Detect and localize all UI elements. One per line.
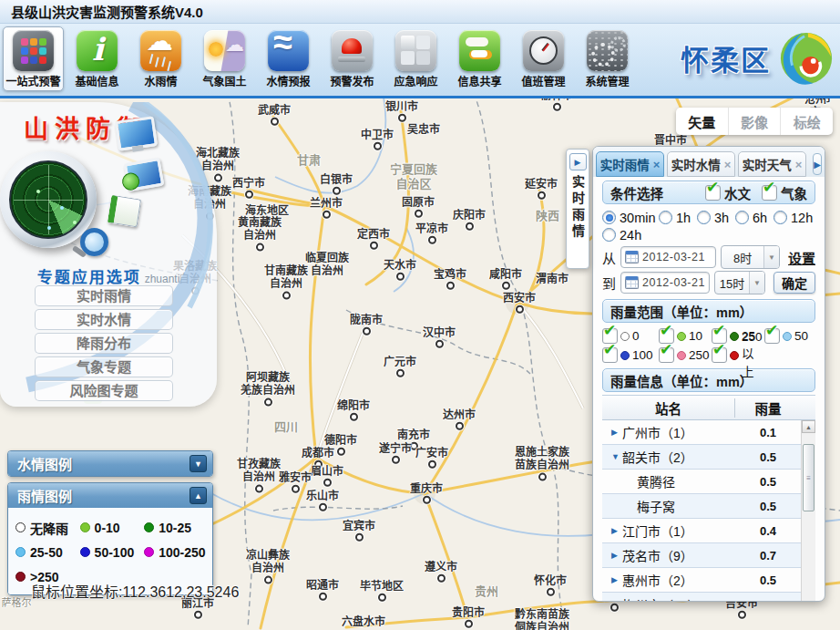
huairou-logo-icon [778,29,835,86]
rain-legend: 雨情图例 ▲ 无降雨 0-10 10-25 [7,482,213,595]
legend-item: 无降雨 [15,515,80,540]
interval-label: 24h [620,228,641,243]
confirm-button[interactable]: 确定 [773,272,815,294]
scroll-up-icon[interactable]: ▲ [802,420,815,433]
expand-icon[interactable]: ▶ [611,428,622,437]
toolbar-item[interactable]: 水情预报 [258,26,319,91]
range-checkbox[interactable]: ✔ 250以上 [712,346,764,365]
table-scrollbar[interactable]: ▲ ≡ ▼ [801,420,815,602]
toolbar-item[interactable]: 应急响应 [385,26,446,91]
interval-radio[interactable]: 24h [602,226,659,243]
panel-collapse-handle[interactable]: ▶ 实时雨情 [566,149,589,269]
chevron-right-icon[interactable]: ▶ [569,153,587,170]
expand-icon[interactable]: ▶ [611,575,622,584]
condition-checks: ✔ 水文 ✔ 气象 [705,183,807,202]
legend-dot-icon [80,547,90,557]
checkbox-label: 水文 [724,183,751,202]
to-date-value: 2012-03-21 [642,276,705,289]
toolbar-label: 基础信息 [75,73,118,88]
range-dot-icon [730,351,739,360]
table-row[interactable]: ▶ 江门市（1） 0.4 [602,519,815,543]
table-header: 站名 雨量 [602,396,815,420]
toolbar-item[interactable]: 水雨情 [130,26,191,91]
menu-item[interactable]: 风险图专题 [35,380,173,401]
from-date-input[interactable]: 2012-03-21 [620,246,716,268]
layer-button[interactable]: 影像 [728,108,781,135]
to-date-input[interactable]: 2012-03-21 [620,272,710,294]
table-row[interactable]: ▶ 惠州市（2） 0.5 [602,568,815,593]
chevron-down-icon[interactable]: ▼ [763,246,779,268]
expand-icon[interactable]: ▶ [611,551,622,560]
menu-item[interactable]: 降雨分布 [35,333,173,354]
close-icon[interactable]: × [795,158,803,171]
legend-label: 50-100 [95,545,135,560]
legend-dot-icon [80,522,90,532]
expand-icon[interactable]: ▶ [611,600,622,602]
collapse-icon[interactable]: ▲ [190,487,207,504]
layer-switcher: 矢量 影像 标绘 [676,108,833,135]
legend-dot-icon [15,572,26,582]
table-row[interactable]: ▼ 韶关市（2） 0.5 [602,445,815,470]
range-checkbox[interactable]: ✔ 100 [602,346,659,365]
layer-button[interactable]: 矢量 [676,108,728,135]
calendar-icon[interactable] [625,251,639,263]
range-checkbox[interactable]: ✔ 250 [659,346,712,365]
menu-item[interactable]: 实时水情 [35,309,173,330]
theme-panel: 山洪防御 专题应用选项zhuanti 实时雨情 实时水情 降雨分布 气象专题 风… [0,102,217,407]
condition-checkbox[interactable]: ✔ 水文 [705,183,751,202]
range-dot-icon [620,351,630,360]
water-legend-header[interactable]: 水情图例 ▼ [8,451,212,476]
tab[interactable]: 实时天气 × [738,151,806,177]
menu-item[interactable]: 气象专题 [35,356,173,377]
interval-radio[interactable]: 12h [773,209,815,226]
rain-legend-header[interactable]: 雨情图例 ▲ [8,483,212,508]
condition-checkbox[interactable]: ✔ 气象 [762,183,807,202]
range-checkbox[interactable]: ✔ 50 [764,326,814,346]
tab[interactable]: 实时水情 × [667,151,735,177]
expand-icon[interactable]: ▼ [611,452,622,461]
toolbar-item[interactable]: 系统管理 [577,26,638,91]
table-row[interactable]: ▶ 梅州市（13） 0.4 [602,593,815,602]
toolbar-item[interactable]: 气象国土 [194,26,255,91]
close-icon[interactable]: × [724,158,732,171]
menu-item[interactable]: 实时雨情 [35,285,173,306]
toolbar-items: 一站式预警 基础信息 水雨情 气象国土 [0,26,638,91]
toolbar-label: 系统管理 [585,73,629,88]
clock-duty-icon [523,30,564,71]
from-hour-select[interactable]: 8时 ▼ [721,245,780,269]
magnifier-icon [80,228,108,256]
globe-computer-icon [124,158,165,191]
layer-button[interactable]: 标绘 [780,108,833,135]
toolbar-item[interactable]: 一站式预警 [3,26,64,91]
table-row[interactable]: ▶ 茂名市（9） 0.7 [602,543,815,568]
chevron-down-icon[interactable]: ▼ [749,272,764,294]
range-dot-icon [730,332,739,341]
rainfall-value: 0.5 [735,500,801,513]
range-bar: 雨量范围（单位：mm） [602,299,815,323]
table-row[interactable]: 梅子窝 0.5 [602,494,815,519]
table-row[interactable]: ▶ 广州市（1） 0.1 [602,420,815,445]
section-title-text: 专题应用选项 [37,269,141,286]
settings-link[interactable]: 设置 [788,248,815,267]
interval-radio[interactable]: 1h [659,209,697,226]
info-bar: 雨量信息（单位：mm） [602,368,815,392]
interval-radio[interactable]: 3h [697,209,735,226]
close-icon[interactable]: × [653,158,661,171]
mouse-coords: 鼠标位置坐标:112.3612,23.5246 [31,580,239,602]
tabs-scroll-right-icon[interactable]: ▶ [813,153,822,175]
interval-radio[interactable]: 30min [602,209,659,226]
section-subtitle: zhuanti [145,273,180,285]
tab[interactable]: 实时雨情 × [596,151,664,177]
toolbar-item[interactable]: 值班管理 [513,26,574,91]
table-row[interactable]: 黄腾径 0.5 [602,470,815,494]
toolbar-item[interactable]: 信息共享 [449,26,510,91]
calendar-icon[interactable] [625,276,639,289]
toolbar-item[interactable]: 预警发布 [322,26,383,91]
range-title: 雨量范围（单位：mm） [610,302,753,321]
scrollbar-thumb[interactable]: ≡ [803,444,814,511]
expand-icon[interactable]: ▶ [611,526,622,535]
toolbar-item[interactable]: 基础信息 [67,26,128,91]
to-hour-select[interactable]: 15时 ▼ [714,271,765,294]
collapse-icon[interactable]: ▼ [190,455,207,472]
interval-radio[interactable]: 6h [735,209,773,226]
